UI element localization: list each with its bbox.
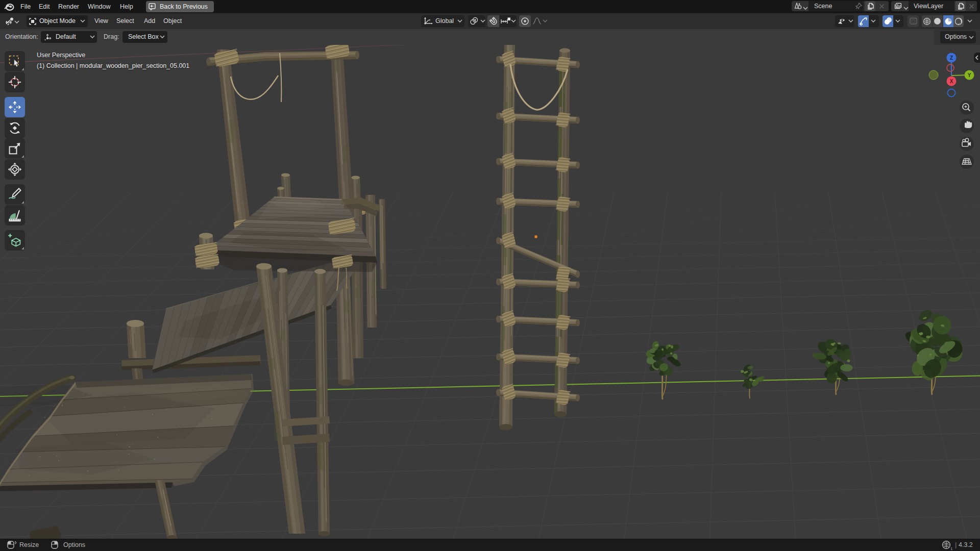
svg-text:Z: Z: [950, 55, 953, 61]
svg-text:1: 1: [950, 546, 953, 550]
svg-text:X: X: [950, 79, 953, 84]
svg-text:Y: Y: [968, 72, 971, 78]
